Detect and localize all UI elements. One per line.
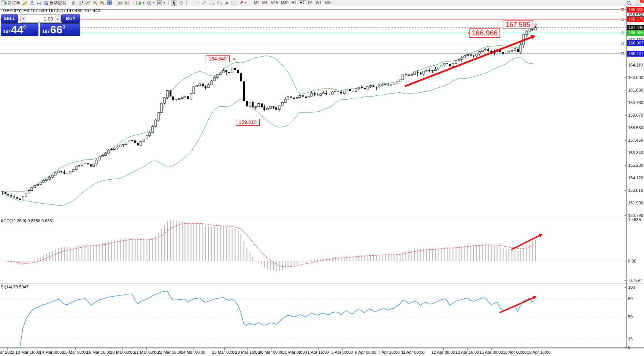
timeframe-m5[interactable]: M5 (261, 1, 269, 5)
sell-price-prefix: 167 (3, 29, 11, 34)
search-icon[interactable] (626, 0, 632, 6)
tile-windows-icon[interactable] (106, 0, 113, 6)
time-axis-label: 11 Apr 00:00 (401, 350, 425, 354)
price-tick-label: 157.450 (628, 138, 643, 142)
time-axis-label: 19 Apr 16:00 (527, 350, 550, 354)
dropdown-caret: ▼ (142, 0, 145, 6)
volume-stepper: ▼ ▲ (21, 14, 60, 23)
signal-icon[interactable] (36, 0, 42, 6)
time-axis-label: 15 Mar 08:00 (63, 350, 88, 354)
zoom-in-icon[interactable] (92, 0, 98, 6)
periods-button[interactable]: ▼ (146, 0, 155, 6)
time-axis-label: 28 Mar 16:00 (235, 350, 260, 354)
line-chart-icon[interactable] (85, 0, 91, 6)
templates-button[interactable]: ▼ (157, 0, 166, 6)
trendline-icon[interactable] (201, 0, 207, 6)
volume-increase-button[interactable]: ▲ (55, 15, 60, 22)
text-icon[interactable]: A (224, 0, 230, 6)
price-tick-label: 153.010 (628, 188, 643, 193)
timeframe-w1[interactable]: W1 (314, 1, 323, 5)
annotation-label[interactable]: 159.010 (236, 119, 260, 126)
time-axis-label: 24 Mar 00:00 (181, 350, 206, 354)
time-axis-label: 30 Mar 00:00 (259, 350, 284, 354)
zoom-out-icon[interactable] (99, 0, 105, 6)
dropdown-caret: ▼ (244, 0, 247, 6)
price-tick-label: 160.780 (628, 100, 643, 105)
price-tick-label: 156.340 (628, 150, 643, 155)
price-tick-label: 151.900 (628, 201, 643, 205)
rsi-level-label: 80 (628, 296, 633, 301)
annotation-label[interactable]: 166.966 (470, 28, 500, 38)
time-axis-label: 14 Mar 00:00 (40, 350, 64, 354)
dropdown-caret: ▼ (163, 0, 166, 6)
svg-text:F: F (221, 3, 222, 5)
timeframe-m30[interactable]: M30 (279, 1, 290, 5)
buy-price-panel[interactable]: 167 66 3 (40, 23, 80, 36)
bar-chart-icon[interactable] (71, 0, 77, 6)
time-axis-label: 7 Apr 16:00 (378, 350, 400, 354)
timeframe-d1[interactable]: D1 (306, 1, 314, 5)
chart-canvas[interactable] (0, 0, 644, 356)
annotation-label[interactable]: 167.585 (503, 21, 533, 29)
new-order-icon (2, 0, 7, 5)
price-tick-label: 163.000 (628, 75, 643, 80)
equidistant-channel-icon[interactable]: E (208, 0, 215, 6)
time-axis-label: 13 Apr 16:00 (455, 350, 479, 354)
time-axis-label: ar 2022 (0, 350, 14, 354)
volume-input[interactable] (26, 15, 55, 22)
volume-decrease-button[interactable]: ▼ (21, 15, 26, 22)
buy-price-prefix: 167 (42, 29, 50, 34)
autotrading-label: 自动交易 (49, 0, 66, 6)
vertical-line-icon[interactable] (189, 0, 193, 6)
annotation-label[interactable]: 164.640 (206, 55, 230, 62)
timeframe-h1[interactable]: H1 (290, 1, 298, 5)
price-line-label: 167.440 (627, 25, 644, 30)
timeframe-m15[interactable]: M15 (269, 1, 279, 5)
price-line-label: 165.107 (627, 51, 644, 57)
macd-scale-label: 1.4838 (628, 217, 641, 222)
time-axis-label: 21 Mar 08:00 (134, 350, 159, 354)
price-tick-label: 155.230 (628, 163, 643, 168)
time-axis-label: 16 Mar 16:00 (87, 350, 111, 354)
autotrading-button[interactable]: 自动交易 (43, 0, 67, 6)
indicators-button[interactable]: ▼ (136, 0, 145, 6)
macd-indicator-label: ACD(12,26,9) 0.8756 0.6331 (1, 218, 54, 223)
sell-price-big: 44 (11, 24, 23, 36)
text-label-icon[interactable]: T (231, 0, 237, 6)
horizontal-line-icon[interactable] (194, 0, 200, 6)
time-axis-label: 18 Mar 00:00 (110, 350, 135, 354)
cursor-icon[interactable] (171, 0, 177, 6)
price-line-label: 168.173 (627, 16, 644, 22)
timeframe-mn[interactable]: MN (323, 1, 332, 5)
rsi-level-label: 15 (628, 337, 633, 341)
svg-text:E: E (213, 3, 215, 5)
notification-badge: 1 (640, 0, 644, 3)
time-axis-label: 5 Apr 00:00 (332, 350, 353, 354)
fibonacci-icon[interactable]: F (216, 0, 223, 6)
buy-price-sup: 3 (62, 24, 65, 30)
buy-button[interactable]: BUY (61, 14, 80, 23)
timeframe-m1[interactable]: M1 (252, 1, 261, 5)
arrows-button[interactable]: ▼ (238, 0, 247, 6)
chart-shift-icon[interactable] (125, 0, 131, 6)
price-line-label: 166.067 (627, 40, 644, 46)
sell-button[interactable]: SELL (1, 14, 18, 23)
new-order-button[interactable]: 新订单 (1, 0, 21, 6)
sell-price-panel[interactable]: 167 44 0 (1, 23, 38, 36)
buy-price-big: 66 (50, 24, 62, 36)
price-tick-label: 154.120 (628, 176, 643, 180)
candlestick-chart-icon[interactable] (78, 0, 84, 6)
price-line-label: 166.966 (627, 30, 644, 36)
time-axis-label: 18 Apr 08:00 (503, 350, 527, 354)
community-icon[interactable] (29, 0, 35, 6)
chat-button[interactable]: 1 (635, 0, 642, 6)
time-axis-label: 15 Apr 00:00 (479, 350, 503, 354)
gold-bars-icon[interactable] (22, 0, 28, 6)
price-tick-label: 164.110 (628, 63, 643, 67)
toolbar-separator (133, 1, 133, 5)
crosshair-icon[interactable] (178, 0, 184, 6)
toolbar-separator (69, 1, 69, 5)
rsi-indicator-label: SI(14) 79.5947 (1, 285, 29, 289)
auto-scroll-icon[interactable] (117, 0, 124, 6)
timeframe-h4[interactable]: H4 (298, 0, 306, 5)
